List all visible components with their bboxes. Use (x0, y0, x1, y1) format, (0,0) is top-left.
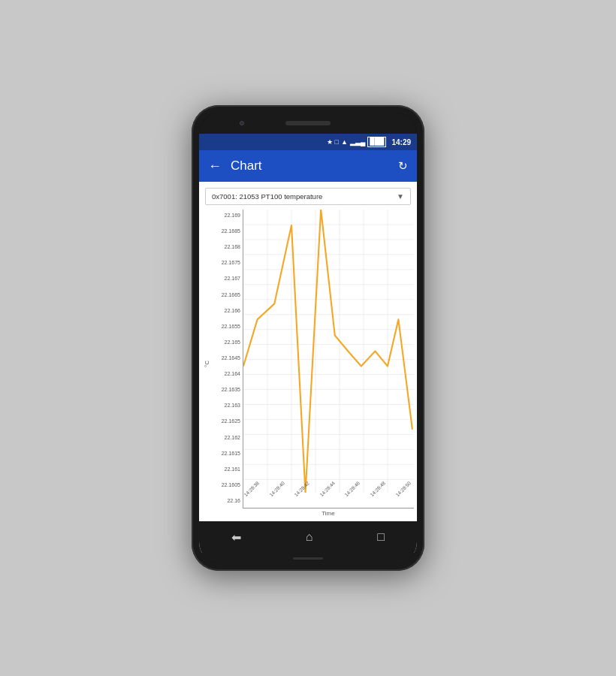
chart-line (243, 210, 412, 493)
sim-icon: □ (335, 138, 339, 146)
refresh-button[interactable]: ↻ (398, 159, 408, 173)
chart-svg (243, 210, 414, 493)
x-axis-labels: 14:28:38 14:28:40 14:28:42 14:28:44 14:2… (243, 493, 414, 508)
y-label-14: 22.162 (211, 435, 243, 440)
y-label-5: 22.1665 (211, 292, 243, 297)
nav-home-button[interactable]: ⌂ (294, 524, 325, 550)
phone-inner: ★ □ ▲ ▂▃▄ ███ 14:29 ← Chart ↻ (199, 113, 417, 563)
status-icons: ★ □ ▲ ▂▃▄ ███ (327, 137, 387, 147)
plot-column: 14:28:38 14:28:40 14:28:42 14:28:44 14:2… (243, 210, 414, 518)
y-label-4: 22.167 (211, 276, 243, 281)
sensor-dropdown[interactable]: 0x7001: 21053 PT100 temperature ▼ (205, 188, 411, 205)
camera-dot (240, 121, 244, 125)
status-bar: ★ □ ▲ ▂▃▄ ███ 14:29 (199, 134, 417, 150)
phone-device: ★ □ ▲ ▂▃▄ ███ 14:29 ← Chart ↻ (192, 105, 424, 571)
x-axis-title: Time (243, 509, 414, 518)
y-label-15: 22.1615 (211, 451, 243, 456)
dropdown-label: 0x7001: 21053 PT100 temperature (212, 192, 322, 201)
battery-icon: ███ (367, 137, 386, 147)
y-label-13: 22.1625 (211, 418, 243, 424)
y-label-11: 22.1635 (211, 387, 243, 392)
app-bar-title: Chart (231, 158, 398, 174)
bluetooth-icon: ★ (327, 138, 333, 146)
chart-container: 0x7001: 21053 PT100 temperature ▼ °C 22.… (199, 182, 417, 521)
nav-recents-button[interactable]: □ (365, 524, 397, 550)
y-label-7: 22.1655 (211, 324, 243, 329)
y-axis-title: °C (203, 361, 210, 367)
y-label-10: 22.164 (211, 371, 243, 376)
nav-back-button[interactable]: ⬅ (219, 524, 253, 551)
phone-bottom-bar (199, 553, 417, 563)
back-button[interactable]: ← (208, 158, 222, 174)
speaker-grille (285, 121, 331, 125)
y-label-1: 22.1685 (211, 228, 243, 234)
phone-top-bar (199, 113, 417, 134)
y-label-3: 22.1675 (211, 260, 243, 265)
chart-wrapper: °C 22.169 22.1685 22.168 22.1675 22.167 … (202, 210, 414, 518)
y-label-8: 22.165 (211, 340, 243, 345)
status-time: 14:29 (391, 138, 411, 146)
y-label-12: 22.163 (211, 403, 243, 408)
y-label-6: 22.166 (211, 308, 243, 313)
wifi-icon: ▲ (341, 138, 348, 146)
y-label-2: 22.168 (211, 244, 243, 249)
signal-icon: ▂▃▄ (350, 138, 365, 146)
y-label-0: 22.169 (211, 213, 243, 218)
dropdown-arrow-icon: ▼ (397, 192, 404, 201)
y-label-17: 22.1605 (211, 482, 243, 487)
y-label-16: 22.161 (211, 466, 243, 472)
y-label-18: 22.16 (211, 498, 243, 503)
y-axis-labels: 22.169 22.1685 22.168 22.1675 22.167 22.… (211, 210, 243, 518)
y-label-9: 22.1645 (211, 355, 243, 361)
bottom-bar-line (293, 557, 323, 560)
nav-bar: ⬅ ⌂ □ (199, 521, 417, 553)
app-bar: ← Chart ↻ (199, 150, 417, 182)
chart-plot-area: 14:28:38 14:28:40 14:28:42 14:28:44 14:2… (243, 210, 414, 509)
screen: ★ □ ▲ ▂▃▄ ███ 14:29 ← Chart ↻ (199, 134, 417, 553)
y-axis-title-area: °C (202, 210, 211, 518)
